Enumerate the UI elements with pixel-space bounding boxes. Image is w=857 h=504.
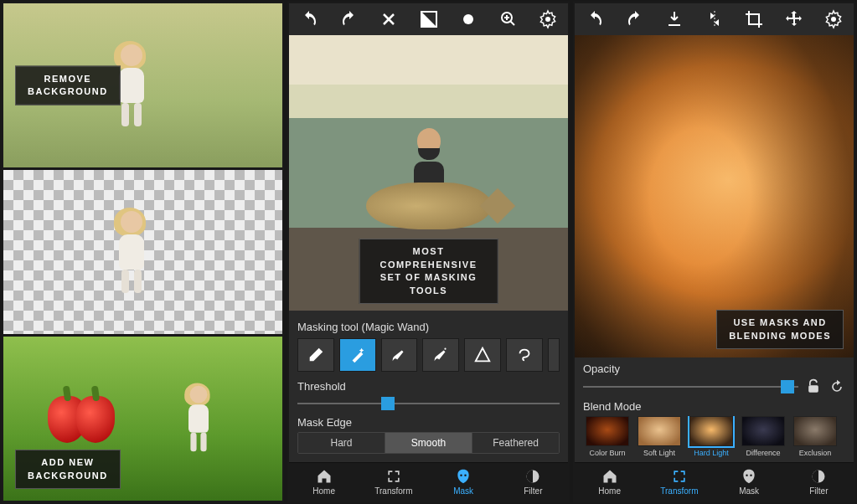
blend-color-burn[interactable]: Color Burn <box>583 416 632 457</box>
magic-wand-tool[interactable] <box>339 338 376 372</box>
eraser-tool[interactable] <box>297 338 334 372</box>
dot-icon[interactable] <box>458 9 478 29</box>
threshold-label: Threshold <box>297 380 560 393</box>
tool-label: Masking tool (Magic Wand) <box>297 321 560 333</box>
toolbar <box>575 3 854 35</box>
import-icon[interactable] <box>664 9 684 29</box>
nav-home[interactable]: Home <box>575 463 644 501</box>
bottom-nav: Home Transform Mask Filter <box>289 462 568 501</box>
svg-point-2 <box>545 17 550 22</box>
label-masking-tools: MOST COMPREHENSIVE SET OF MASKING TOOLS <box>359 239 498 304</box>
mask-edge-segmented: Hard Smooth Feathered <box>297 432 560 454</box>
blend-controls: Opacity Blend Mode Color Burn Soft Light… <box>575 357 854 462</box>
undo-icon[interactable] <box>585 9 605 29</box>
mask-edge-feathered[interactable]: Feathered <box>472 433 559 453</box>
panel-masking: MOST COMPREHENSIVE SET OF MASKING TOOLS … <box>287 2 570 502</box>
opacity-label: Opacity <box>583 363 845 375</box>
canvas[interactable]: MOST COMPREHENSIVE SET OF MASKING TOOLS <box>289 35 568 311</box>
blend-mode-label: Blend Mode <box>583 400 845 413</box>
nav-home[interactable]: Home <box>289 463 359 501</box>
tile-new-bg: ADD NEW BACKGROUND <box>3 337 282 501</box>
blend-hard-light[interactable]: Hard Light <box>687 416 736 457</box>
nav-transform[interactable]: Transform <box>359 463 428 501</box>
settings-icon[interactable] <box>823 9 844 29</box>
close-icon[interactable] <box>379 9 399 29</box>
svg-point-0 <box>463 14 473 24</box>
smart-brush-tool[interactable] <box>422 338 459 372</box>
opacity-slider[interactable] <box>583 379 798 394</box>
svg-point-5 <box>831 17 836 22</box>
more-tool[interactable] <box>548 338 560 372</box>
panel-blending: USE MASKS AND BLENDING MODES Opacity Ble… <box>573 2 855 502</box>
nav-mask[interactable]: Mask <box>715 463 784 501</box>
blend-difference[interactable]: Difference <box>739 416 787 457</box>
blend-label: Soft Light <box>643 449 675 457</box>
nav-transform-label: Transform <box>660 486 698 496</box>
nav-mask-label: Mask <box>739 486 759 496</box>
subject-girl <box>119 44 144 126</box>
nav-filter[interactable]: Filter <box>784 463 854 501</box>
unlock-icon[interactable] <box>805 378 822 395</box>
canvas[interactable]: USE MASKS AND BLENDING MODES <box>575 35 854 357</box>
blend-label: Exclusion <box>799 449 832 457</box>
mask-controls: Masking tool (Magic Wand) Threshold Mask… <box>289 311 568 462</box>
threshold-slider[interactable] <box>297 396 560 411</box>
blend-label: Color Burn <box>589 449 625 457</box>
label-blending: USE MASKS AND BLENDING MODES <box>716 310 844 349</box>
flip-icon[interactable] <box>705 9 725 29</box>
nav-transform[interactable]: Transform <box>644 463 714 501</box>
svg-point-3 <box>445 348 447 350</box>
nav-mask-label: Mask <box>453 486 473 496</box>
move-icon[interactable] <box>784 9 804 29</box>
undo-icon[interactable] <box>299 9 319 29</box>
blend-exclusion[interactable]: Exclusion <box>791 416 839 457</box>
mask-edge-smooth[interactable]: Smooth <box>385 433 472 453</box>
mask-edge-label: Mask Edge <box>297 416 560 429</box>
settings-icon[interactable] <box>538 9 558 29</box>
nav-home-label: Home <box>312 486 335 496</box>
nav-filter[interactable]: Filter <box>498 463 568 501</box>
crop-icon[interactable] <box>744 9 764 29</box>
blend-label: Difference <box>746 449 781 457</box>
blend-soft-light[interactable]: Soft Light <box>635 416 684 457</box>
bottom-nav: Home Transform Mask Filter <box>575 462 854 501</box>
svg-rect-6 <box>808 385 818 392</box>
zoom-icon[interactable] <box>498 9 519 29</box>
redo-icon[interactable] <box>625 9 645 29</box>
panel-backgrounds: REMOVE BACKGROUND ADD NEW BACKGROUND <box>2 2 284 502</box>
lasso-tool[interactable] <box>506 338 543 372</box>
background-peppers <box>53 396 110 446</box>
nav-filter-label: Filter <box>524 486 542 496</box>
tile-transparent <box>3 170 282 334</box>
blend-mode-strip: Color Burn Soft Light Hard Light Differe… <box>583 416 845 457</box>
redo-icon[interactable] <box>339 9 359 29</box>
nav-transform-label: Transform <box>374 486 412 496</box>
shape-tool[interactable] <box>464 338 501 372</box>
tool-row <box>297 338 560 372</box>
invert-icon[interactable] <box>419 9 439 29</box>
reset-icon[interactable] <box>829 378 845 395</box>
nav-mask[interactable]: Mask <box>429 463 498 501</box>
mask-edge-hard[interactable]: Hard <box>298 433 385 453</box>
label-add-bg: ADD NEW BACKGROUND <box>15 450 121 489</box>
tile-original: REMOVE BACKGROUND <box>3 3 282 167</box>
toolbar <box>289 3 568 35</box>
nav-filter-label: Filter <box>809 486 828 496</box>
subject-girl-cutout <box>119 211 144 293</box>
label-remove-bg: REMOVE BACKGROUND <box>15 66 121 105</box>
nav-home-label: Home <box>598 486 621 496</box>
brush-tool[interactable] <box>381 338 418 372</box>
blend-label: Hard Light <box>694 449 729 457</box>
subject-girl-composited <box>188 386 209 451</box>
